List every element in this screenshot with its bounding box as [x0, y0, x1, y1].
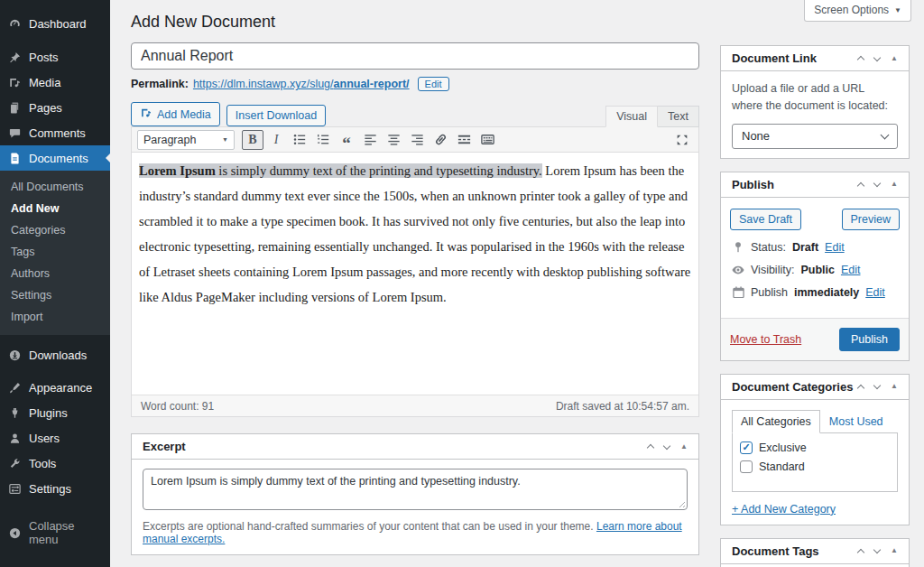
screen-options-button[interactable]: Screen Options ▼: [804, 0, 911, 22]
insert-download-button[interactable]: Insert Download: [226, 105, 326, 126]
resize-handle[interactable]: [677, 499, 685, 507]
bold-button[interactable]: B: [242, 130, 263, 150]
submenu-tags[interactable]: Tags: [0, 241, 110, 263]
download-icon: [7, 348, 22, 362]
read-more-button[interactable]: [453, 130, 475, 150]
link-button[interactable]: [430, 130, 451, 150]
collapse-menu-button[interactable]: Collapse menu: [0, 514, 110, 552]
move-up-icon[interactable]: [857, 56, 864, 63]
submenu-add-new[interactable]: Add New: [0, 198, 110, 219]
italic-button[interactable]: I: [265, 130, 287, 150]
collapse-panel-icon[interactable]: ▲: [891, 547, 898, 554]
collapse-panel-icon[interactable]: ▲: [891, 55, 898, 62]
move-down-icon[interactable]: [873, 382, 881, 389]
preview-button[interactable]: Preview: [842, 209, 900, 230]
excerpt-help-text: Excerpts are optional hand-crafted summa…: [143, 520, 688, 545]
add-new-category-link[interactable]: + Add New Category: [732, 503, 836, 516]
document-title-input[interactable]: [131, 42, 699, 70]
tab-all-categories[interactable]: All Categories: [732, 410, 820, 433]
document-link-header[interactable]: Document Link ▲: [721, 46, 909, 71]
editor-content-area[interactable]: Lorem Ipsum is simply dummy text of the …: [132, 153, 698, 395]
align-right-button[interactable]: [406, 130, 428, 150]
move-up-icon[interactable]: [857, 549, 864, 556]
sidebar-item-posts[interactable]: Posts: [0, 44, 110, 70]
blockquote-button[interactable]: “: [336, 130, 357, 150]
submenu-categories[interactable]: Categories: [0, 219, 110, 241]
add-media-button[interactable]: Add Media: [131, 102, 220, 126]
sidebar-item-comments[interactable]: Comments: [0, 120, 110, 145]
status-value: Draft: [792, 241, 818, 254]
tab-most-used[interactable]: Most Used: [820, 411, 892, 432]
categories-header[interactable]: Document Categories ▲: [721, 375, 909, 400]
submenu-settings[interactable]: Settings: [0, 284, 110, 306]
collapse-panel-icon[interactable]: ▲: [891, 181, 898, 188]
category-item: ✓ Exclusive: [740, 442, 890, 454]
sidebar-item-label: Tools: [29, 457, 56, 470]
toolbar-toggle-button[interactable]: [476, 130, 498, 150]
move-up-icon[interactable]: [647, 444, 654, 451]
pin-icon: [7, 50, 22, 64]
publish-header[interactable]: Publish ▲: [721, 172, 909, 198]
align-left-button[interactable]: [359, 130, 381, 150]
eye-icon: [732, 265, 744, 275]
permalink-link[interactable]: https://dlm.instawp.xyz/slug/annual-repo…: [193, 78, 410, 90]
document-link-panel: Document Link ▲ Upload a file or add a U…: [720, 45, 910, 159]
checkbox-standard[interactable]: [740, 460, 753, 473]
category-list: ✓ Exclusive Standard: [732, 432, 898, 492]
sidebar-item-label: Appearance: [29, 381, 92, 395]
submenu-import[interactable]: Import: [0, 306, 110, 328]
sidebar-item-plugins[interactable]: Plugins: [0, 400, 110, 425]
visual-editor: Paragraph ▼ B I “: [131, 126, 699, 417]
collapse-panel-icon[interactable]: ▲: [680, 443, 688, 451]
sidebar-item-appearance[interactable]: Appearance: [0, 375, 110, 400]
collapse-panel-icon[interactable]: ▲: [891, 383, 898, 390]
sidebar-item-settings[interactable]: Settings: [0, 476, 110, 501]
category-label: Exclusive: [759, 442, 807, 454]
status-label: Status:: [751, 241, 786, 254]
document-link-select[interactable]: None: [732, 124, 898, 149]
status-edit-link[interactable]: Edit: [825, 241, 845, 254]
tab-visual[interactable]: Visual: [605, 106, 658, 127]
paragraph-format-select[interactable]: Paragraph ▼: [137, 130, 235, 150]
save-draft-button[interactable]: Save Draft: [730, 209, 801, 230]
sidebar-item-downloads[interactable]: Downloads: [0, 342, 110, 367]
move-down-icon[interactable]: [873, 53, 881, 60]
permalink-edit-button[interactable]: Edit: [418, 77, 449, 91]
move-to-trash-link[interactable]: Move to Trash: [730, 333, 801, 346]
move-down-icon[interactable]: [873, 546, 881, 553]
sidebar-item-users[interactable]: Users: [0, 425, 110, 451]
excerpt-panel-header[interactable]: Excerpt ▲: [132, 434, 698, 460]
excerpt-textarea[interactable]: Lorem Ipsum is simply dummy text of the …: [143, 469, 688, 510]
sidebar-item-dashboard[interactable]: Dashboard: [0, 11, 110, 36]
fullscreen-icon[interactable]: [671, 130, 693, 150]
publish-time-value: immediately: [794, 286, 859, 299]
brush-icon: [7, 380, 22, 395]
schedule-edit-link[interactable]: Edit: [865, 286, 885, 299]
calendar-icon: [732, 286, 744, 298]
document-icon: [7, 151, 22, 165]
visibility-edit-link[interactable]: Edit: [841, 264, 861, 276]
tags-header[interactable]: Document Tags ▲: [721, 539, 909, 564]
bulleted-list-button[interactable]: [289, 130, 310, 150]
tab-text[interactable]: Text: [658, 106, 699, 127]
sidebar-item-media[interactable]: Media: [0, 70, 110, 95]
settings-icon: [7, 481, 22, 496]
sidebar-item-pages[interactable]: Pages: [0, 95, 110, 120]
category-tabs: All Categories Most Used: [732, 409, 898, 432]
sidebar-item-documents[interactable]: Documents: [0, 145, 110, 171]
move-up-icon[interactable]: [857, 182, 864, 190]
align-center-button[interactable]: [383, 130, 404, 150]
schedule-row: Publish immediately Edit: [732, 286, 898, 299]
submenu-all-documents[interactable]: All Documents: [0, 176, 110, 198]
category-item: Standard: [740, 460, 890, 473]
numbered-list-button[interactable]: [312, 130, 334, 150]
submenu-authors[interactable]: Authors: [0, 263, 110, 284]
media-buttons-row: Add Media Insert Download Visual Text: [131, 102, 699, 126]
sidebar-item-label: Media: [29, 76, 60, 89]
move-down-icon[interactable]: [873, 180, 881, 187]
checkbox-exclusive[interactable]: ✓: [740, 442, 753, 454]
sidebar-item-tools[interactable]: Tools: [0, 451, 110, 476]
move-up-icon[interactable]: [857, 385, 864, 392]
move-down-icon[interactable]: [663, 442, 670, 449]
publish-button[interactable]: Publish: [839, 328, 900, 351]
